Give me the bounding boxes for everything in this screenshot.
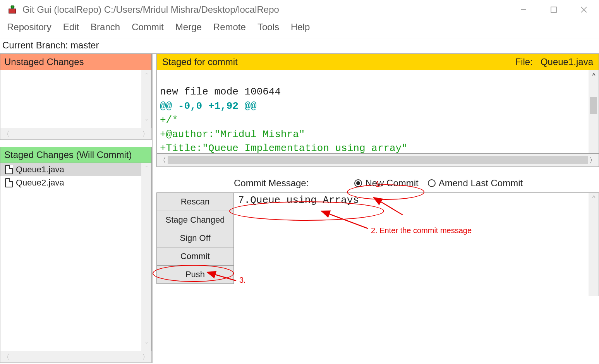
push-button[interactable]: Push (156, 266, 234, 284)
menu-merge[interactable]: Merge (175, 22, 202, 33)
staged-file-row[interactable]: Queue1.java (0, 163, 151, 176)
menu-remote[interactable]: Remote (213, 22, 246, 33)
scrollbar-vertical[interactable]: ˄ ˅ (141, 70, 151, 128)
chevron-right-icon: 〉 (142, 352, 149, 362)
rescan-button[interactable]: Rescan (156, 192, 234, 211)
chevron-up-icon: ˄ (591, 194, 596, 207)
window-title: Git Gui (localRepo) C:/Users/Mridul Mish… (22, 4, 279, 15)
radio-amend-last-commit[interactable]: Amend Last Commit (428, 178, 523, 189)
chevron-up-icon: ˄ (145, 72, 148, 80)
radio-dot-icon (354, 179, 362, 187)
scrollbar-vertical[interactable]: ˄ (589, 70, 599, 153)
chevron-down-icon: ˅ (145, 118, 148, 126)
menu-repository[interactable]: Repository (7, 22, 51, 33)
menu-branch[interactable]: Branch (91, 22, 120, 33)
diff-file-label: File: (515, 57, 533, 67)
commit-button[interactable]: Commit (156, 247, 234, 266)
diff-line: +/* (160, 114, 178, 126)
minimize-button[interactable] (508, 0, 539, 19)
svg-rect-0 (9, 9, 16, 13)
scrollbar-horizontal[interactable]: 〈 〉 (0, 351, 152, 363)
commit-message-label: Commit Message: (234, 178, 309, 189)
chevron-left-icon: 〈 (3, 352, 10, 362)
file-icon (5, 165, 13, 174)
diff-file-name: Queue1.java (541, 57, 593, 67)
diff-header: Staged for commit File: Queue1.java (156, 54, 599, 70)
staged-file-name: Queue1.java (16, 165, 64, 175)
commit-message-input[interactable]: 7.Queue using Arrays ˄ (234, 192, 599, 296)
staged-file-row[interactable]: Queue2.java (0, 176, 151, 189)
chevron-down-icon: ˅ (145, 341, 148, 349)
menu-edit[interactable]: Edit (63, 22, 79, 33)
scrollbar-vertical[interactable]: ˄ (589, 193, 599, 296)
diff-line: +Title:"Queue Implementation using array… (160, 143, 408, 154)
radio-dot-icon (428, 179, 436, 187)
chevron-left-icon: 〈 (159, 156, 166, 165)
diff-viewer[interactable]: new file mode 100644 @@ -0,0 +1,92 @@ +/… (156, 70, 599, 154)
scrollbar-horizontal[interactable]: 〈 〉 (156, 154, 599, 167)
sign-off-button[interactable]: Sign Off (156, 229, 234, 247)
scrollbar-thumb[interactable] (590, 97, 597, 114)
titlebar: Git Gui (localRepo) C:/Users/Mridul Mish… (0, 0, 599, 19)
current-branch-label: Current Branch: master (0, 38, 599, 54)
scrollbar-vertical[interactable]: ˄ ˅ (141, 163, 151, 351)
diff-line: +@author:"Mridul Mishra" (160, 129, 305, 140)
staged-changes-list[interactable]: Queue1.java Queue2.java ˄ ˅ (0, 163, 152, 351)
svg-rect-4 (551, 7, 556, 12)
radio-label: Amend Last Commit (439, 178, 523, 189)
chevron-up-icon: ˄ (591, 72, 596, 86)
close-button[interactable] (569, 0, 599, 19)
diff-line: @@ -0,0 +1,92 @@ (160, 100, 257, 112)
menu-help[interactable]: Help (291, 22, 310, 33)
chevron-up-icon: ˄ (145, 165, 148, 173)
radio-new-commit[interactable]: New Commit (354, 178, 418, 189)
chevron-left-icon: 〈 (3, 129, 10, 139)
staged-file-name: Queue2.java (16, 178, 64, 188)
scrollbar-horizontal[interactable]: 〈 〉 (0, 128, 152, 140)
chevron-right-icon: 〉 (589, 156, 596, 165)
unstaged-changes-list[interactable]: ˄ ˅ (0, 70, 152, 128)
stage-changed-button[interactable]: Stage Changed (156, 211, 234, 229)
unstaged-changes-header: Unstaged Changes (0, 54, 152, 70)
git-gui-icon (8, 5, 17, 14)
commit-message-text: 7.Queue using Arrays (238, 194, 359, 206)
menu-commit[interactable]: Commit (132, 22, 164, 33)
file-icon (5, 178, 13, 187)
menubar: Repository Edit Branch Commit Merge Remo… (0, 19, 599, 38)
diff-title: Staged for commit (162, 57, 238, 67)
chevron-right-icon: 〉 (142, 129, 149, 139)
diff-line: new file mode 100644 (160, 86, 281, 98)
menu-tools[interactable]: Tools (257, 22, 279, 33)
scrollbar-thumb[interactable] (168, 156, 588, 164)
maximize-button[interactable] (539, 0, 569, 19)
staged-changes-header: Staged Changes (Will Commit) (0, 147, 152, 163)
radio-label: New Commit (365, 178, 418, 189)
